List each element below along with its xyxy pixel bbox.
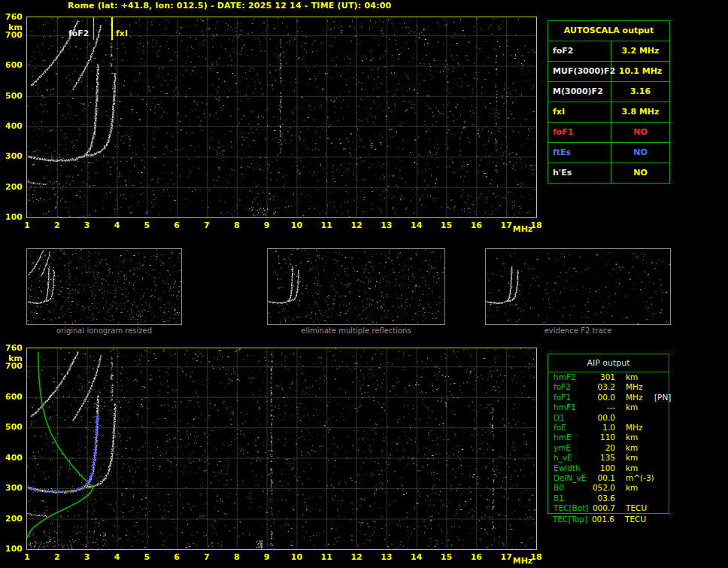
x-tick-label: 15: [439, 221, 454, 230]
param-value: 10.1 MHz: [611, 62, 669, 81]
aip-table-title: AIP output: [548, 354, 669, 372]
aip-value: 135: [591, 453, 615, 463]
station-date-title: Rome (lat: +41.8, lon: 012.5) - DATE: 20…: [68, 1, 391, 11]
x-tick-label: 9: [259, 221, 275, 230]
aip-unit: km: [626, 483, 654, 493]
param-label: h'Es: [548, 163, 611, 183]
y-tick-label: 400: [2, 454, 23, 463]
x-tick-label: 3: [80, 553, 95, 562]
aip-unit: m^(-3): [626, 473, 654, 483]
aip-row: ymE20km: [548, 443, 669, 453]
aip-param: foE: [554, 423, 591, 433]
aip-value: 052.0: [591, 483, 615, 493]
thumbnail-f2-trace: [485, 248, 671, 325]
autoscala-row: foF23.2 MHz: [548, 41, 669, 62]
aip-value: 000.7: [591, 503, 615, 513]
fof2-marker-line: [93, 17, 94, 40]
x-axis-unit: MHz: [511, 225, 535, 234]
autoscala-row: fxI3.8 MHz: [548, 102, 669, 123]
aip-value: 001.6: [590, 515, 614, 524]
aip-unit: km: [626, 463, 654, 473]
aip-param: Ewidth: [554, 463, 591, 473]
autoscala-row: foF1NO: [548, 123, 669, 143]
x-tick-label: 5: [139, 553, 154, 562]
thumbnail-f2-canvas: [486, 249, 670, 324]
aip-tec-top-row: TEC[Top]001.6TECU: [548, 515, 669, 524]
aip-param: hmF1: [554, 402, 591, 412]
param-label: MUF(3000)F2: [548, 62, 611, 81]
aip-row: B103.6: [548, 494, 669, 503]
x-tick-label: 4: [109, 553, 124, 562]
aip-param: B0: [554, 483, 591, 493]
autoscala-row: ftEsNO: [548, 143, 669, 163]
x-tick-label: 3: [80, 221, 95, 230]
param-label: fxI: [548, 102, 611, 122]
x-tick-label: 11: [319, 221, 334, 230]
aip-unit: TECU: [626, 503, 654, 513]
y-tick-label: 500: [2, 92, 23, 101]
aip-param: B1: [554, 494, 591, 503]
x-tick-label: 10: [289, 221, 304, 230]
aip-unit: MHz: [626, 423, 654, 433]
aip-row: hmF1---km: [548, 402, 669, 412]
param-label: M(3000)F2: [548, 82, 611, 102]
aip-param: D1: [554, 413, 591, 423]
ionogram-top-canvas: [27, 17, 536, 217]
aip-extra: [PN]: [654, 393, 671, 402]
x-tick-label: 14: [409, 553, 424, 562]
fxi-label: fxI: [116, 29, 128, 38]
aip-row: DelN_vE00.1m^(-3): [548, 473, 669, 483]
aip-value: 20: [591, 443, 615, 453]
x-tick-label: 1: [20, 221, 35, 230]
param-value: NO: [611, 163, 669, 183]
x-tick-label: 7: [199, 221, 214, 230]
param-label: foF1: [548, 123, 611, 142]
aip-param: hmF2: [554, 372, 591, 382]
x-tick-label: 12: [349, 553, 364, 562]
thumbnail-multiples-canvas: [268, 249, 444, 324]
aip-value: 00.1: [591, 473, 615, 483]
aip-unit: [626, 494, 654, 503]
x-tick-label: 15: [439, 553, 454, 562]
y-tick-label: 760: [2, 13, 23, 22]
ionogram-bottom-canvas: [27, 348, 536, 549]
aip-param: hmE: [554, 433, 591, 442]
x-tick-label: 6: [169, 553, 184, 562]
x-tick-label: 5: [139, 221, 154, 230]
aip-row: TEC[Top]001.6TECU: [548, 515, 669, 524]
aip-value: 03.2: [591, 382, 615, 392]
autoscala-output-table: AUTOSCALA output foF23.2 MHzMUF(3000)F21…: [548, 20, 670, 184]
x-tick-label: 10: [289, 553, 304, 562]
thumbnail-caption-f2: evidence F2 trace: [485, 327, 671, 335]
param-value: NO: [611, 123, 669, 142]
aip-value: 100: [591, 463, 615, 473]
aip-row: foE1.0MHz: [548, 423, 669, 433]
thumbnail-caption-multiples: eliminate multiple reflections: [267, 327, 445, 335]
x-tick-label: 8: [229, 553, 244, 562]
x-tick-label: 2: [50, 553, 65, 562]
x-tick-label: 14: [409, 221, 424, 230]
x-tick-label: 13: [379, 221, 394, 230]
thumbnail-caption-original: original ionogram resized: [26, 327, 182, 335]
autoscala-row: h'EsNO: [548, 163, 669, 183]
aip-unit: [626, 413, 654, 423]
aip-row: B0052.0km: [548, 483, 669, 493]
thumbnail-original-canvas: [27, 249, 181, 324]
aip-value: 1.0: [591, 423, 615, 433]
aip-unit: MHz: [626, 382, 654, 392]
aip-row: Ewidth100km: [548, 463, 669, 473]
aip-param: TEC[Top]: [553, 515, 590, 524]
aip-unit: km: [626, 433, 654, 442]
aip-row: foF203.2MHz: [548, 382, 669, 392]
aip-param: DelN_vE: [554, 473, 591, 483]
x-tick-label: 13: [379, 553, 394, 562]
ionogram-plot-top: foF2 fxI: [26, 17, 537, 218]
y-tick-label: 600: [2, 393, 23, 402]
param-value: 3.2 MHz: [611, 41, 669, 61]
y-axis-unit: km: [2, 354, 23, 363]
y-tick-label: 600: [2, 61, 23, 70]
x-tick-label: 7: [199, 553, 214, 562]
aip-param: foF2: [554, 382, 591, 392]
x-tick-label: 16: [469, 553, 484, 562]
aip-table-rows: hmF2301kmfoF203.2MHzfoF100.0MHz[PN]hmF1-…: [548, 372, 669, 513]
